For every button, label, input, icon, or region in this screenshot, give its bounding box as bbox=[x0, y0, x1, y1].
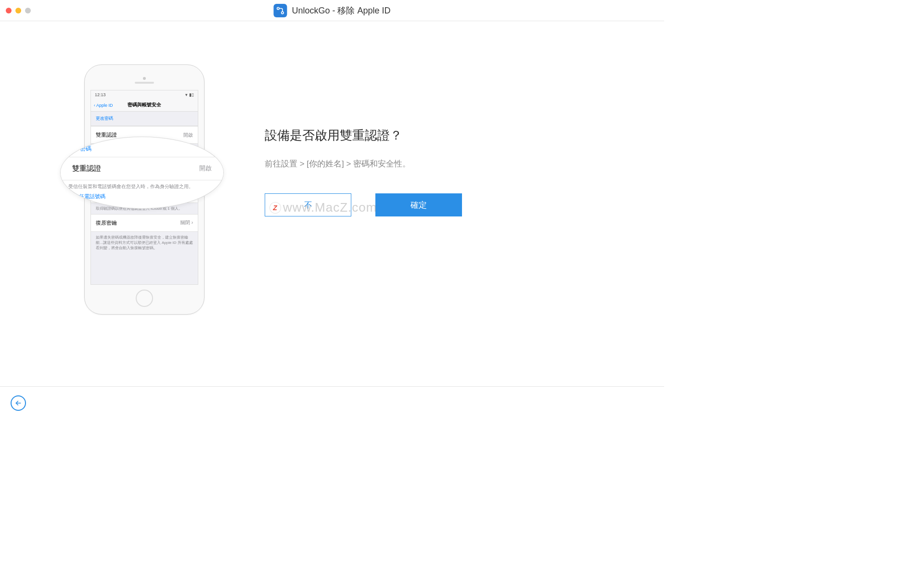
phone-recovery-value: 關閉 › bbox=[180, 219, 193, 226]
window-title-group: UnlockGo - 移除 Apple ID bbox=[273, 4, 390, 17]
confirm-button[interactable]: 確定 bbox=[375, 193, 462, 216]
phone-two-factor-value: 開啟 bbox=[183, 132, 193, 139]
back-button[interactable] bbox=[11, 395, 26, 411]
phone-signal-icon: ▾ ▮▯ bbox=[185, 92, 194, 97]
right-panel: 設備是否啟用雙重認證？ 前往設置 > [你的姓名] > 密碼和安全性。 不 確定 bbox=[265, 64, 626, 315]
phone-recovery-label: 復原密鑰 bbox=[96, 219, 117, 227]
magnifier-label: 雙重認證 bbox=[72, 164, 101, 173]
phone-two-factor-label: 雙重認證 bbox=[96, 131, 117, 139]
question-heading: 設備是否啟用雙重認證？ bbox=[265, 127, 626, 144]
magnifier-overlay: 密碼 雙重認證 開啟 受信任裝置和電話號碼會在您登入時，作為身分驗證之用。 受信… bbox=[60, 137, 224, 209]
main-content: 12:13 ▾ ▮▯ ‹ Apple ID 密碼與帳號安全 更改密碼 雙重認證 … bbox=[0, 21, 664, 315]
phone-change-password-section: 更改密碼 bbox=[91, 112, 198, 126]
phone-time: 12:13 bbox=[95, 92, 106, 97]
instruction-text: 前往設置 > [你的姓名] > 密碼和安全性。 bbox=[265, 158, 626, 169]
close-button[interactable] bbox=[6, 8, 12, 13]
svg-point-1 bbox=[282, 12, 284, 14]
phone-home-button-icon bbox=[136, 290, 153, 307]
phone-recovery-row: 復原密鑰 關閉 › bbox=[91, 214, 198, 232]
button-row: 不 確定 bbox=[265, 193, 626, 216]
minimize-button[interactable] bbox=[15, 8, 21, 13]
titlebar: UnlockGo - 移除 Apple ID bbox=[0, 0, 664, 21]
no-button[interactable]: 不 bbox=[265, 193, 351, 216]
phone-illustration: 12:13 ▾ ▮▯ ‹ Apple ID 密碼與帳號安全 更改密碼 雙重認證 … bbox=[63, 64, 226, 315]
maximize-button bbox=[25, 8, 31, 13]
magnifier-value: 開啟 bbox=[199, 164, 212, 173]
svg-point-0 bbox=[277, 7, 280, 10]
phone-status-bar: 12:13 ▾ ▮▯ bbox=[91, 90, 198, 99]
window-controls bbox=[6, 8, 31, 13]
bottom-bar bbox=[0, 386, 664, 419]
magnifier-top-link: 密碼 bbox=[61, 145, 223, 157]
phone-camera-icon bbox=[143, 77, 146, 80]
phone-back-link: ‹ Apple ID bbox=[94, 103, 113, 108]
phone-nav-bar: ‹ Apple ID 密碼與帳號安全 bbox=[91, 99, 198, 112]
phone-top bbox=[90, 71, 198, 90]
app-icon bbox=[273, 4, 287, 17]
magnifier-two-factor-row: 雙重認證 開啟 bbox=[61, 157, 223, 180]
phone-recovery-desc: 如果遺失密碼或機器故障後需恢復安全，建立恢復密鑰能...讓這些資料方式可以順便已… bbox=[91, 232, 198, 254]
window-title: UnlockGo - 移除 Apple ID bbox=[292, 5, 390, 16]
arrow-left-icon bbox=[14, 399, 22, 407]
phone-nav-title: 密碼與帳號安全 bbox=[128, 102, 161, 108]
phone-speaker-icon bbox=[135, 82, 154, 84]
magnifier-desc: 受信任裝置和電話號碼會在您登入時，作為身分驗證之用。 bbox=[61, 180, 223, 192]
phone-change-password-link: 更改密碼 bbox=[96, 115, 193, 122]
